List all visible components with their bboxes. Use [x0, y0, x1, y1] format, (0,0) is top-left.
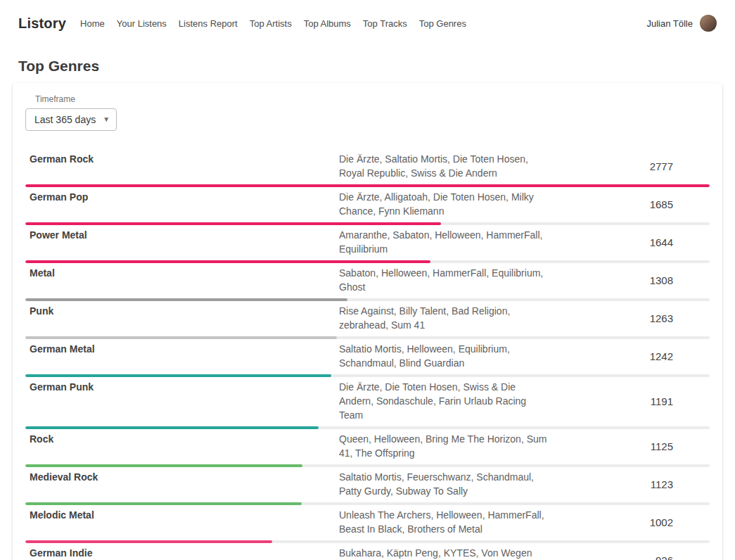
nav-item-top-albums[interactable]: Top Albums [304, 18, 351, 29]
genre-artists: Saltatio Mortis, Helloween, Equilibrium,… [339, 342, 551, 370]
genre-artists: Sabaton, Helloween, HammerFall, Equilibr… [339, 266, 551, 294]
nav-item-top-artists[interactable]: Top Artists [250, 18, 292, 29]
genre-artists: Saltatio Mortis, Feuerschwanz, Schandmau… [339, 470, 551, 498]
genre-count: 1263 [650, 312, 710, 324]
genre-count: 1123 [651, 478, 710, 490]
genre-name: Metal [25, 266, 339, 280]
genre-name: German Metal [25, 342, 339, 356]
genre-name: German Indie [25, 546, 339, 560]
genre-artists: Bukahara, Käptn Peng, KYTES, Von Wegen L… [339, 546, 551, 560]
genre-list: German Rock Die Ärzte, Saltatio Mortis, … [25, 149, 710, 560]
genre-count: 1685 [650, 198, 710, 210]
top-nav: Listory Home Your Listens Listens Report… [0, 0, 735, 46]
genre-name: Rock [25, 432, 339, 446]
genre-artists: Amaranthe, Sabaton, Helloween, HammerFal… [339, 228, 551, 256]
genre-count: 1191 [651, 395, 710, 407]
genre-count: 1002 [650, 516, 710, 528]
genre-row: Punk Rise Against, Billy Talent, Bad Rel… [25, 301, 710, 339]
timeframe-select[interactable]: Last 365 days ▼ [25, 108, 117, 131]
genre-artists: Die Ärzte, Alligatoah, Die Toten Hosen, … [339, 190, 551, 218]
main-nav: Home Your Listens Listens Report Top Art… [80, 18, 478, 29]
genre-count: 926 [656, 554, 710, 560]
genre-count: 1308 [650, 274, 710, 286]
chevron-down-icon: ▼ [103, 116, 110, 123]
genre-count: 2777 [650, 160, 710, 172]
nav-item-home[interactable]: Home [80, 18, 105, 29]
genre-name: German Punk [25, 380, 339, 394]
genre-count: 1242 [650, 350, 710, 362]
user-menu[interactable]: Julian Tölle [646, 15, 717, 32]
genre-count: 1644 [650, 236, 710, 248]
top-genres-card: Timeframe Last 365 days ▼ German Rock Di… [13, 83, 722, 560]
timeframe-label: Timeframe [35, 94, 710, 104]
nav-item-your-listens[interactable]: Your Listens [117, 18, 167, 29]
genre-name: Melodic Metal [25, 508, 339, 522]
genre-row: German Indie Bukahara, Käptn Peng, KYTES… [25, 543, 710, 560]
page-title: Top Genres [18, 58, 735, 75]
genre-row: German Punk Die Ärzte, Die Toten Hosen, … [25, 377, 710, 429]
genre-artists: Unleash The Archers, Helloween, HammerFa… [339, 508, 551, 536]
genre-name: German Rock [25, 152, 339, 166]
nav-item-top-genres[interactable]: Top Genres [419, 18, 466, 29]
genre-artists: Die Ärzte, Die Toten Hosen, Swiss & Die … [339, 380, 551, 422]
genre-row: German Rock Die Ärzte, Saltatio Mortis, … [25, 149, 710, 187]
main-content: Top Genres Timeframe Last 365 days ▼ Ger… [0, 58, 735, 560]
timeframe-value: Last 365 days [34, 114, 96, 125]
genre-artists: Queen, Helloween, Bring Me The Horizon, … [339, 432, 551, 460]
user-name: Julian Tölle [646, 18, 693, 29]
timeframe-control: Timeframe Last 365 days ▼ [25, 94, 710, 131]
genre-name: German Pop [25, 190, 339, 204]
genre-row: Melodic Metal Unleash The Archers, Hello… [25, 505, 710, 543]
nav-item-listens-report[interactable]: Listens Report [179, 18, 238, 29]
genre-name: Punk [25, 304, 339, 318]
app-logo[interactable]: Listory [18, 15, 66, 32]
genre-name: Power Metal [25, 228, 339, 242]
genre-count: 1125 [651, 440, 710, 452]
genre-row: German Metal Saltatio Mortis, Helloween,… [25, 339, 710, 377]
genre-artists: Rise Against, Billy Talent, Bad Religion… [339, 304, 551, 332]
genre-row: Medieval Rock Saltatio Mortis, Feuerschw… [25, 467, 710, 505]
genre-artists: Die Ärzte, Saltatio Mortis, Die Toten Ho… [339, 152, 551, 180]
user-avatar[interactable] [700, 15, 717, 32]
genre-name: Medieval Rock [25, 470, 339, 484]
genre-row: Rock Queen, Helloween, Bring Me The Hori… [25, 429, 710, 467]
nav-item-top-tracks[interactable]: Top Tracks [363, 18, 407, 29]
genre-row: German Pop Die Ärzte, Alligatoah, Die To… [25, 187, 710, 225]
genre-row: Power Metal Amaranthe, Sabaton, Hellowee… [25, 225, 710, 263]
genre-row: Metal Sabaton, Helloween, HammerFall, Eq… [25, 263, 710, 301]
